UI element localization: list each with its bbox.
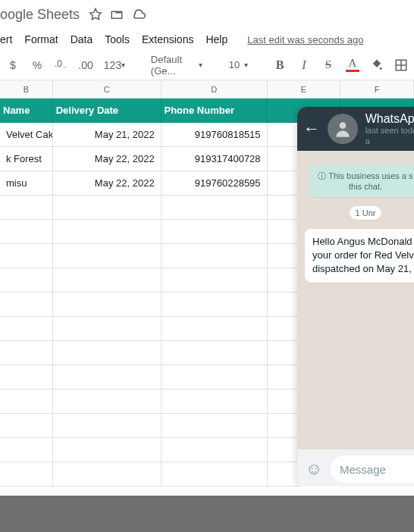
menu-format[interactable]: Format (24, 33, 58, 45)
app-name: oogle Sheets (0, 7, 80, 23)
cell[interactable]: May 22, 2022 (53, 147, 162, 171)
cell[interactable] (53, 390, 162, 414)
cell[interactable]: May 21, 2022 (53, 123, 162, 147)
cell[interactable] (162, 438, 268, 462)
cell[interactable] (0, 220, 53, 244)
header-delivery-date[interactable]: Delivery Date (53, 99, 162, 123)
col-header-d[interactable]: D (162, 80, 268, 98)
cell[interactable] (53, 293, 162, 317)
cell[interactable] (53, 414, 162, 438)
currency-button[interactable]: $ (3, 55, 23, 75)
bold-button[interactable]: B (270, 55, 290, 75)
menu-insert[interactable]: ert (0, 33, 12, 45)
last-edit-link[interactable]: Last edit was seconds ago (247, 34, 363, 45)
cell[interactable] (162, 317, 268, 341)
italic-button[interactable]: I (294, 55, 314, 75)
cell[interactable] (162, 244, 268, 268)
col-header-b[interactable]: B (0, 80, 53, 98)
cell[interactable] (0, 268, 53, 293)
cell[interactable] (162, 220, 268, 244)
cell[interactable] (53, 317, 162, 341)
number-format-button[interactable]: 123▾ (100, 55, 129, 75)
toolbar: $ % .0← .00 123▾ Default (Ge... ▾ 10 ▾ B… (0, 50, 414, 80)
whatsapp-title[interactable]: WhatsApp last seen today a (365, 111, 414, 146)
cell[interactable]: May 22, 2022 (53, 171, 162, 196)
cell[interactable] (53, 341, 162, 365)
font-select[interactable]: Default (Ge... ▾ (146, 55, 207, 75)
cell[interactable] (53, 365, 162, 390)
whatsapp-window: ← WhatsApp last seen today a ⓘ This busi… (297, 107, 414, 489)
cell[interactable] (53, 268, 162, 293)
menu-tools[interactable]: Tools (105, 33, 130, 45)
column-headers: B C D E F (0, 80, 414, 99)
chevron-down-icon: ▾ (244, 61, 248, 69)
chat-status: last seen today a (365, 126, 414, 146)
message-bubble[interactable]: Hello Angus McDonald your order for Red … (305, 229, 414, 283)
menu-help[interactable]: Help (205, 33, 227, 45)
cell[interactable]: 919760228595 (162, 171, 268, 196)
font-size-select[interactable]: 10 ▾ (224, 55, 252, 75)
col-header-e[interactable]: E (268, 80, 341, 98)
cell[interactable] (0, 414, 53, 438)
whatsapp-body: ⓘ This business uses a s this chat. 1 Un… (297, 151, 414, 449)
whatsapp-input-bar: ☺ Message (297, 449, 414, 489)
fill-color-button[interactable] (367, 55, 387, 75)
star-icon[interactable] (89, 8, 102, 21)
cell[interactable] (0, 244, 53, 268)
menu-extensions[interactable]: Extensions (142, 33, 193, 45)
borders-button[interactable] (391, 55, 411, 75)
cell[interactable] (162, 462, 268, 487)
cell[interactable] (53, 462, 162, 487)
bottom-crop (0, 496, 414, 532)
cell[interactable] (162, 341, 268, 365)
encryption-notice: ⓘ This business uses a s this chat. (309, 164, 414, 197)
cell[interactable] (162, 390, 268, 414)
col-header-f[interactable]: F (340, 80, 414, 98)
cell[interactable] (0, 390, 53, 414)
decrease-decimal-button[interactable]: .0← (52, 55, 71, 75)
cell[interactable] (53, 438, 162, 462)
cell[interactable] (162, 268, 268, 293)
percent-button[interactable]: % (27, 55, 47, 75)
col-header-c[interactable]: C (53, 80, 162, 98)
text-color-swatch (346, 70, 359, 72)
cell[interactable]: Velvet Cake (0, 123, 53, 147)
cell[interactable]: k Forest (0, 147, 53, 171)
strikethrough-button[interactable]: S (318, 55, 338, 75)
cell[interactable]: 919317400728 (162, 147, 268, 171)
cell[interactable] (0, 293, 53, 317)
cell[interactable] (0, 317, 53, 341)
back-icon[interactable]: ← (303, 119, 320, 139)
cell[interactable] (0, 341, 53, 365)
font-size-label: 10 (229, 59, 240, 70)
cell[interactable] (0, 196, 53, 220)
move-icon[interactable] (110, 8, 124, 21)
header-name[interactable]: Name (0, 99, 53, 123)
whatsapp-header: ← WhatsApp last seen today a (297, 107, 414, 151)
cell[interactable] (162, 414, 268, 438)
text-color-label: A (349, 58, 357, 69)
cell[interactable] (162, 196, 268, 220)
cell[interactable] (0, 438, 53, 462)
cell[interactable]: misu (0, 171, 53, 196)
notice-text: This business uses a s this chat. (328, 171, 412, 191)
emoji-icon[interactable]: ☺ (303, 458, 325, 480)
cloud-icon[interactable] (131, 7, 146, 22)
message-input[interactable]: Message (331, 455, 414, 483)
text-color-button[interactable]: A (343, 55, 362, 75)
cell[interactable] (0, 365, 53, 390)
chat-name: WhatsApp (365, 111, 414, 126)
cell[interactable]: 919760818515 (162, 123, 268, 147)
number-format-label: 123 (104, 59, 121, 71)
avatar[interactable] (328, 114, 358, 144)
cell[interactable] (162, 365, 268, 390)
cell[interactable] (0, 462, 53, 487)
header-phone[interactable]: Phone Number (162, 99, 268, 123)
cell[interactable] (53, 196, 162, 220)
menu-data[interactable]: Data (71, 33, 93, 45)
cell[interactable] (53, 220, 162, 244)
increase-decimal-button[interactable]: .00 (76, 55, 96, 75)
svg-point-4 (339, 122, 346, 129)
cell[interactable] (53, 244, 162, 268)
cell[interactable] (162, 293, 268, 317)
